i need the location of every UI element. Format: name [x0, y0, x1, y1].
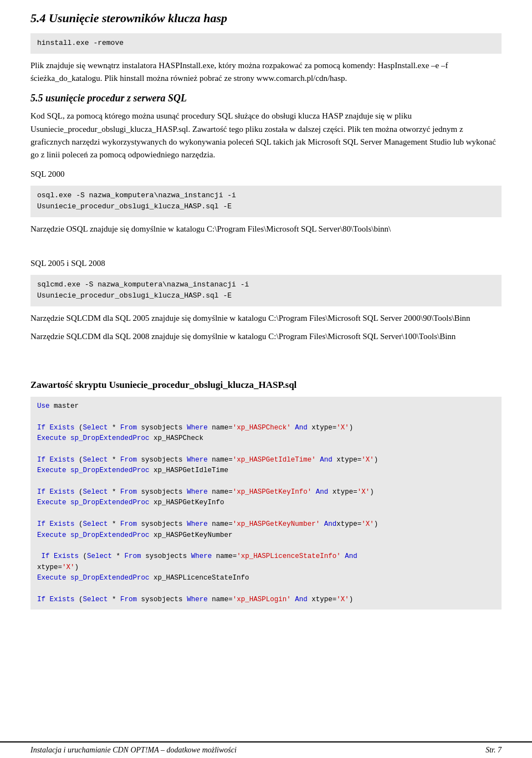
paragraph-1: Plik znajduje się wewnątrz instalatora H… — [30, 59, 502, 85]
section-heading-54: 5.4 Usunięcie sterowników klucza hasp — [30, 11, 502, 25]
code-block-osql: osql.exe -S nazwa_komputera\nazwa_instan… — [30, 186, 502, 218]
paragraph-4: Narzędzie SQLCDM dla SQL 2005 znajduje s… — [30, 312, 502, 325]
code-block-hinstall: hinstall.exe -remove — [30, 33, 502, 54]
paragraph-3: Narzędzie OSQL znajduje się domyślnie w … — [30, 223, 502, 235]
content-title: Zawartość skryptu Usuniecie_procedur_obs… — [30, 378, 502, 392]
page-footer: Instalacja i uruchamianie CDN OPT!MA – d… — [0, 741, 532, 758]
footer-right-text: Str. 7 — [485, 746, 502, 755]
paragraph-2: Kod SQL, za pomocą którego można usunąć … — [30, 110, 502, 161]
paragraph-5: Narzędzie SQLCDM dla SQL 2008 znajduje s… — [30, 330, 502, 343]
sql-script-block: Use master If Exists (Select * From syso… — [30, 397, 502, 610]
footer-left-text: Instalacja i uruchamianie CDN OPT!MA – d… — [30, 746, 237, 755]
sql2000-label: SQL 2000 — [30, 168, 502, 181]
sql2005-label: SQL 2005 i SQL 2008 — [30, 257, 502, 270]
code-block-sqlcmd: sqlcmd.exe -S nazwa_komputera\nazwa_inst… — [30, 275, 502, 307]
section-heading-55: 5.5 usunięcie procedur z serwera SQL — [30, 93, 502, 104]
